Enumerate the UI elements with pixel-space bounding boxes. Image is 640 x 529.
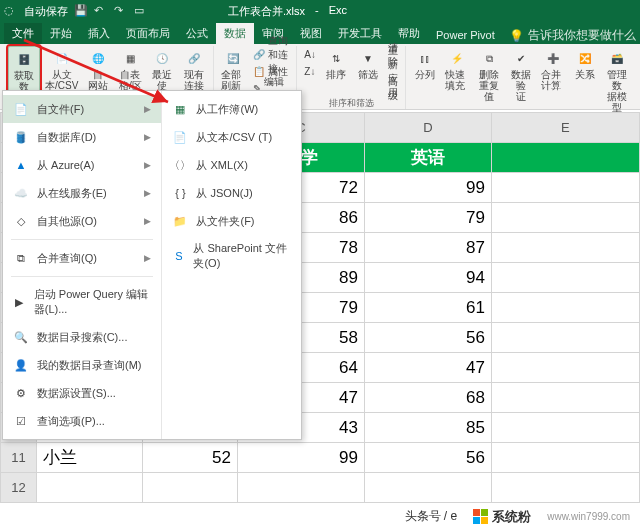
sort-za-icon: Z↓	[304, 66, 315, 77]
cell[interactable]: 52	[142, 443, 237, 473]
menu-from-file[interactable]: 📄 自文件(F) ▶	[3, 95, 161, 123]
cell[interactable]	[491, 443, 639, 473]
queries-connections-button[interactable]: 🔗查询和连接	[250, 46, 292, 63]
menu-separator	[11, 239, 153, 240]
submenu-from-workbook[interactable]: ▦ 从工作簿(W)	[162, 95, 301, 123]
cell[interactable]	[491, 173, 639, 203]
cell[interactable]	[491, 143, 639, 173]
row-header[interactable]: 12	[1, 473, 37, 503]
cell[interactable]: 68	[364, 383, 491, 413]
redo-icon[interactable]: ↷	[114, 4, 128, 18]
consolidate-button[interactable]: ➕ 合并计算	[538, 46, 568, 115]
row-header[interactable]: 11	[1, 443, 37, 473]
cell[interactable]	[491, 323, 639, 353]
autosave-toggle[interactable]: ◌	[4, 4, 18, 18]
cell[interactable]: 94	[364, 263, 491, 293]
tab-view[interactable]: 视图	[292, 23, 330, 44]
azure-icon: ▲	[13, 157, 29, 173]
sources-icon: ◇	[13, 213, 29, 229]
cell[interactable]	[491, 293, 639, 323]
menu-combine-queries[interactable]: ⧉ 合并查询(Q) ▶	[3, 244, 161, 272]
undo-icon[interactable]: ↶	[94, 4, 108, 18]
remove-duplicates-button[interactable]: ⧉ 删除 重复值	[474, 46, 504, 115]
cell[interactable]	[491, 233, 639, 263]
menu-catalog-search[interactable]: 🔍 数据目录搜索(C)...	[3, 323, 161, 351]
touch-mode-icon[interactable]: ▭	[134, 4, 148, 18]
menu-my-catalog[interactable]: 👤 我的数据目录查询(M)	[3, 351, 161, 379]
menu-from-other[interactable]: ◇ 自其他源(O) ▶	[3, 207, 161, 235]
tab-developer[interactable]: 开发工具	[330, 23, 390, 44]
menu-launch-pq[interactable]: ▶ 启动 Power Query 编辑器(L)...	[3, 281, 161, 323]
submenu-from-folder[interactable]: 📁 从文件夹(F)	[162, 207, 301, 235]
submenu-from-json[interactable]: { } 从 JSON(J)	[162, 179, 301, 207]
submenu-from-xml[interactable]: 〈〉 从 XML(X)	[162, 151, 301, 179]
microsoft-icon	[473, 509, 488, 524]
cell[interactable]: 56	[364, 443, 491, 473]
flash-fill-button[interactable]: ⚡ 快速填充	[442, 46, 472, 115]
cell[interactable]: 99	[237, 443, 364, 473]
col-header-d[interactable]: D	[364, 113, 491, 143]
cell[interactable]: 小兰	[36, 443, 142, 473]
menu-from-online[interactable]: ☁️ 从在线服务(E) ▶	[3, 179, 161, 207]
consolidate-icon: ➕	[541, 48, 565, 68]
funnel-icon: ▼	[356, 48, 380, 68]
tell-me-label: 告诉我你想要做什么	[528, 27, 636, 44]
sort-button[interactable]: ⇅ 排序	[321, 46, 351, 97]
menu-data-source-settings[interactable]: ⚙ 数据源设置(S)...	[3, 379, 161, 407]
excel-icon: ▦	[172, 101, 188, 117]
options-icon: ☑	[13, 413, 29, 429]
menu-query-options[interactable]: ☑ 查询选项(P)...	[3, 407, 161, 435]
tab-formulas[interactable]: 公式	[178, 23, 216, 44]
data-model-button[interactable]: 🗃️ 管理数 据模型	[602, 46, 632, 115]
cell[interactable]	[364, 473, 491, 503]
cell[interactable]	[491, 383, 639, 413]
tell-me[interactable]: 💡 告诉我你想要做什么	[509, 27, 636, 44]
submenu-from-sharepoint[interactable]: S 从 SharePoint 文件夹(O)	[162, 235, 301, 277]
cell[interactable]: 79	[364, 203, 491, 233]
chevron-right-icon: ▶	[144, 188, 151, 198]
database-icon: 🛢️	[13, 129, 29, 145]
csv-icon: 📄	[172, 129, 188, 145]
cell[interactable]	[491, 263, 639, 293]
tab-file[interactable]: 文件	[4, 23, 42, 44]
cell[interactable]	[142, 473, 237, 503]
save-icon[interactable]: 💾	[74, 4, 88, 18]
submenu-from-text-csv[interactable]: 📄 从文本/CSV (T)	[162, 123, 301, 151]
cell[interactable]	[491, 353, 639, 383]
csv-icon: 📄	[50, 48, 74, 68]
cell[interactable]	[491, 203, 639, 233]
text-to-columns-button[interactable]: ⫿⫿ 分列	[410, 46, 440, 115]
cell[interactable]: 47	[364, 353, 491, 383]
menu-from-azure[interactable]: ▲ 从 Azure(A) ▶	[3, 151, 161, 179]
chevron-right-icon: ▶	[144, 216, 151, 226]
menu-from-database[interactable]: 🛢️ 自数据库(D) ▶	[3, 123, 161, 151]
filter-button[interactable]: ▼ 筛选	[353, 46, 383, 97]
cell[interactable]	[237, 473, 364, 503]
sort-asc-button[interactable]: A↓	[301, 46, 319, 63]
tab-layout[interactable]: 页面布局	[118, 23, 178, 44]
tab-data[interactable]: 数据	[216, 23, 254, 44]
cell[interactable]: 99	[364, 173, 491, 203]
brand-logo: 系统粉	[473, 508, 531, 526]
sort-desc-button[interactable]: Z↓	[301, 63, 319, 80]
cell[interactable]: 87	[364, 233, 491, 263]
cell[interactable]: 56	[364, 323, 491, 353]
cell[interactable]	[36, 473, 142, 503]
get-data-menu: 📄 自文件(F) ▶ 🛢️ 自数据库(D) ▶ ▲ 从 Azure(A) ▶ ☁…	[2, 90, 302, 440]
cell[interactable]	[491, 473, 639, 503]
cell[interactable]: 英语	[364, 143, 491, 173]
flash-icon: ⚡	[445, 48, 469, 68]
cell[interactable]	[491, 413, 639, 443]
tab-insert[interactable]: 插入	[80, 23, 118, 44]
col-header-e[interactable]: E	[491, 113, 639, 143]
folder-icon: 📁	[172, 213, 188, 229]
cell[interactable]: 85	[364, 413, 491, 443]
tab-home[interactable]: 开始	[42, 23, 80, 44]
cell[interactable]: 61	[364, 293, 491, 323]
tab-powerpivot[interactable]: Power Pivot	[428, 26, 503, 44]
data-validation-button[interactable]: ✔ 数据验 证	[506, 46, 536, 115]
relationships-icon: 🔀	[573, 48, 597, 68]
advanced-button[interactable]: 高级	[385, 80, 401, 97]
relationships-button[interactable]: 🔀 关系	[570, 46, 600, 115]
catalog-icon: 🔍	[13, 329, 29, 345]
